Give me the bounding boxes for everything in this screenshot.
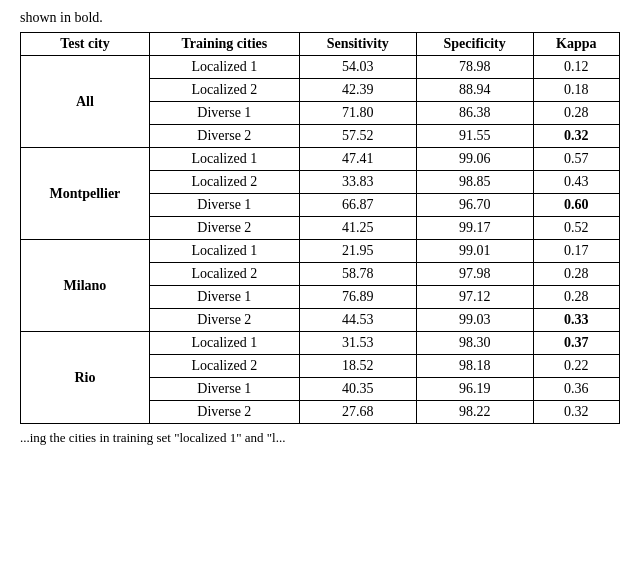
column-header: Training cities	[149, 33, 299, 56]
sensitivity-cell: 18.52	[299, 355, 416, 378]
sensitivity-cell: 33.83	[299, 171, 416, 194]
training-city-cell: Localized 1	[149, 56, 299, 79]
kappa-cell: 0.52	[533, 217, 619, 240]
sensitivity-cell: 21.95	[299, 240, 416, 263]
test-city-cell: All	[21, 56, 150, 148]
kappa-cell: 0.60	[533, 194, 619, 217]
kappa-cell: 0.37	[533, 332, 619, 355]
specificity-cell: 98.18	[416, 355, 533, 378]
specificity-cell: 96.70	[416, 194, 533, 217]
test-city-cell: Rio	[21, 332, 150, 424]
table-row: MilanoLocalized 121.9599.010.17	[21, 240, 620, 263]
table-row: AllLocalized 154.0378.980.12	[21, 56, 620, 79]
specificity-cell: 98.30	[416, 332, 533, 355]
training-city-cell: Localized 2	[149, 79, 299, 102]
column-header: Test city	[21, 33, 150, 56]
kappa-cell: 0.32	[533, 125, 619, 148]
specificity-cell: 98.85	[416, 171, 533, 194]
kappa-cell: 0.36	[533, 378, 619, 401]
results-table: Test cityTraining citiesSensitivitySpeci…	[20, 32, 620, 424]
column-header: Sensitivity	[299, 33, 416, 56]
sensitivity-cell: 44.53	[299, 309, 416, 332]
training-city-cell: Localized 2	[149, 355, 299, 378]
table-row: RioLocalized 131.5398.300.37	[21, 332, 620, 355]
sensitivity-cell: 40.35	[299, 378, 416, 401]
sensitivity-cell: 71.80	[299, 102, 416, 125]
kappa-cell: 0.22	[533, 355, 619, 378]
training-city-cell: Localized 1	[149, 240, 299, 263]
specificity-cell: 96.19	[416, 378, 533, 401]
test-city-cell: Milano	[21, 240, 150, 332]
training-city-cell: Diverse 2	[149, 125, 299, 148]
kappa-cell: 0.33	[533, 309, 619, 332]
column-header: Specificity	[416, 33, 533, 56]
test-city-cell: Montpellier	[21, 148, 150, 240]
kappa-cell: 0.17	[533, 240, 619, 263]
training-city-cell: Localized 2	[149, 263, 299, 286]
specificity-cell: 91.55	[416, 125, 533, 148]
sensitivity-cell: 47.41	[299, 148, 416, 171]
specificity-cell: 88.94	[416, 79, 533, 102]
kappa-cell: 0.28	[533, 286, 619, 309]
training-city-cell: Diverse 2	[149, 401, 299, 424]
training-city-cell: Diverse 1	[149, 194, 299, 217]
kappa-cell: 0.32	[533, 401, 619, 424]
training-city-cell: Diverse 1	[149, 378, 299, 401]
specificity-cell: 99.17	[416, 217, 533, 240]
kappa-cell: 0.18	[533, 79, 619, 102]
sensitivity-cell: 31.53	[299, 332, 416, 355]
footer-note: ...ing the cities in training set "local…	[20, 430, 620, 446]
training-city-cell: Diverse 1	[149, 102, 299, 125]
caption-text: shown in bold.	[20, 10, 620, 26]
kappa-cell: 0.57	[533, 148, 619, 171]
training-city-cell: Diverse 1	[149, 286, 299, 309]
sensitivity-cell: 42.39	[299, 79, 416, 102]
sensitivity-cell: 76.89	[299, 286, 416, 309]
specificity-cell: 97.98	[416, 263, 533, 286]
sensitivity-cell: 58.78	[299, 263, 416, 286]
specificity-cell: 78.98	[416, 56, 533, 79]
specificity-cell: 98.22	[416, 401, 533, 424]
sensitivity-cell: 54.03	[299, 56, 416, 79]
training-city-cell: Localized 1	[149, 332, 299, 355]
training-city-cell: Localized 2	[149, 171, 299, 194]
kappa-cell: 0.28	[533, 263, 619, 286]
sensitivity-cell: 57.52	[299, 125, 416, 148]
sensitivity-cell: 66.87	[299, 194, 416, 217]
specificity-cell: 97.12	[416, 286, 533, 309]
specificity-cell: 99.06	[416, 148, 533, 171]
sensitivity-cell: 27.68	[299, 401, 416, 424]
training-city-cell: Diverse 2	[149, 309, 299, 332]
sensitivity-cell: 41.25	[299, 217, 416, 240]
training-city-cell: Localized 1	[149, 148, 299, 171]
table-row: MontpellierLocalized 147.4199.060.57	[21, 148, 620, 171]
specificity-cell: 99.03	[416, 309, 533, 332]
kappa-cell: 0.12	[533, 56, 619, 79]
kappa-cell: 0.43	[533, 171, 619, 194]
column-header: Kappa	[533, 33, 619, 56]
specificity-cell: 86.38	[416, 102, 533, 125]
specificity-cell: 99.01	[416, 240, 533, 263]
kappa-cell: 0.28	[533, 102, 619, 125]
training-city-cell: Diverse 2	[149, 217, 299, 240]
